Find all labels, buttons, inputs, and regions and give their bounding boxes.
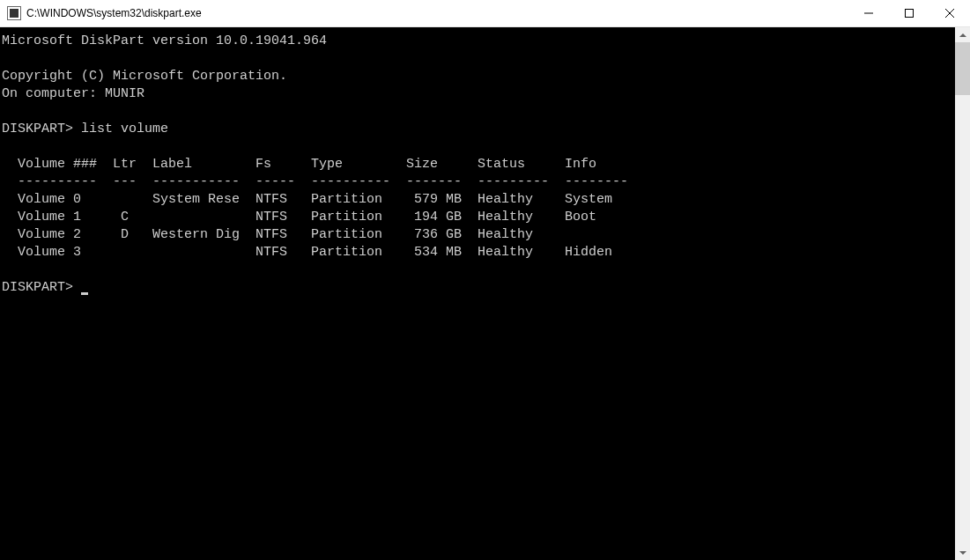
table-row: Volume 0 System Rese NTFS Partition 579 … [2, 191, 953, 209]
window-title: C:\WINDOWS\system32\diskpart.exe [26, 7, 202, 19]
app-icon [7, 6, 21, 20]
content-area: Microsoft DiskPart version 10.0.19041.96… [0, 27, 970, 560]
chevron-up-icon [959, 33, 966, 37]
table-divider: ---------- --- ----------- ----- -------… [2, 173, 953, 191]
console-prompt: DISKPART> [2, 280, 81, 295]
table-header: Volume ### Ltr Label Fs Type Size Status… [2, 156, 953, 173]
svg-rect-1 [906, 10, 914, 18]
svg-marker-4 [959, 33, 966, 37]
maximize-button[interactable] [889, 0, 929, 26]
scrollbar[interactable] [955, 27, 970, 560]
console-prompt: DISKPART> list volume [2, 121, 953, 138]
table-row: Volume 3 NTFS Partition 534 MB Healthy H… [2, 244, 953, 262]
console-line: Microsoft DiskPart version 10.0.19041.96… [2, 33, 953, 50]
close-button[interactable] [929, 0, 970, 26]
close-icon [945, 9, 954, 18]
table-row: Volume 2 D Western Dig NTFS Partition 73… [2, 226, 953, 244]
titlebar: C:\WINDOWS\system32\diskpart.exe [0, 0, 970, 27]
minimize-icon [864, 9, 873, 18]
console[interactable]: Microsoft DiskPart version 10.0.19041.96… [0, 27, 955, 560]
window-controls [848, 0, 970, 26]
maximize-icon [905, 9, 914, 18]
minimize-button[interactable] [848, 0, 889, 26]
scroll-thumb[interactable] [955, 42, 970, 95]
svg-marker-5 [959, 551, 966, 555]
cursor [81, 292, 88, 295]
table-row: Volume 1 C NTFS Partition 194 GB Healthy… [2, 209, 953, 226]
scroll-down-button[interactable] [955, 545, 970, 560]
console-line: On computer: MUNIR [2, 85, 953, 103]
scroll-up-button[interactable] [955, 27, 970, 42]
chevron-down-icon [959, 551, 966, 555]
console-line: Copyright (C) Microsoft Corporation. [2, 68, 953, 85]
